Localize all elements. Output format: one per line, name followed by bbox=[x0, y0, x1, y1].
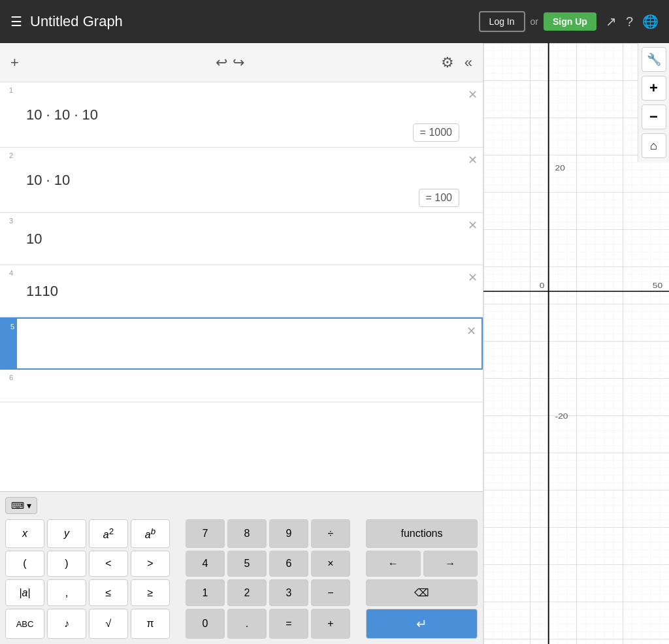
globe-icon[interactable]: 🌐 bbox=[642, 14, 659, 29]
key-sqrt[interactable]: √ bbox=[89, 609, 128, 639]
signup-button[interactable]: Sign Up bbox=[544, 12, 596, 31]
history-tools: ↩ ↪ bbox=[216, 54, 244, 71]
home-button[interactable]: ⌂ bbox=[642, 133, 666, 158]
key-enter[interactable]: ↵ bbox=[366, 609, 478, 639]
key-multiply[interactable]: × bbox=[311, 551, 350, 577]
key-greater-than[interactable]: > bbox=[131, 551, 170, 577]
key-0[interactable]: 0 bbox=[186, 609, 225, 639]
expression-text: 10 · 10 bbox=[26, 172, 70, 189]
key-3[interactable]: 3 bbox=[269, 579, 308, 606]
keyboard-toggle-button[interactable]: ⌨ ▾ bbox=[5, 497, 37, 514]
svg-text:20: 20 bbox=[555, 164, 565, 172]
expression-content[interactable]: 1110 ✕ bbox=[16, 265, 483, 317]
key-x[interactable]: x bbox=[5, 519, 44, 548]
key-a-b[interactable]: ab bbox=[131, 519, 170, 548]
expression-content-active[interactable]: ✕ bbox=[17, 319, 481, 368]
redo-button[interactable]: ↪ bbox=[233, 54, 244, 71]
expression-content[interactable] bbox=[16, 370, 483, 402]
left-panel: + ↩ ↪ ⚙ « 1 10 · 10 · 10 = 1000 ✕ bbox=[0, 43, 483, 644]
zoom-out-button[interactable]: − bbox=[642, 105, 666, 129]
or-text: or bbox=[530, 16, 538, 27]
expression-row[interactable]: 4 1110 ✕ bbox=[0, 265, 483, 317]
expression-delete-button[interactable]: ✕ bbox=[468, 219, 478, 231]
key-8[interactable]: 8 bbox=[227, 519, 267, 548]
expression-list: 1 10 · 10 · 10 = 1000 ✕ 2 10 · 10 = 100 … bbox=[0, 82, 483, 491]
key-close-paren[interactable]: ) bbox=[47, 551, 86, 577]
expression-number-active: 5 bbox=[1, 319, 17, 368]
graph-tools: 🔧 + − ⌂ bbox=[638, 43, 669, 162]
key-a-squared[interactable]: a2 bbox=[89, 519, 128, 548]
key-less-than[interactable]: < bbox=[89, 551, 128, 577]
help-icon[interactable]: ? bbox=[626, 14, 633, 29]
key-geq[interactable]: ≥ bbox=[131, 579, 170, 606]
key-y[interactable]: y bbox=[47, 519, 86, 548]
key-left-arrow[interactable]: ← bbox=[366, 551, 421, 577]
hamburger-menu[interactable]: ☰ bbox=[10, 14, 22, 29]
main-layout: + ↩ ↪ ⚙ « 1 10 · 10 · 10 = 1000 ✕ bbox=[0, 43, 669, 644]
key-separator bbox=[353, 551, 363, 577]
expression-content[interactable]: 10 ✕ bbox=[16, 213, 483, 265]
key-4[interactable]: 4 bbox=[186, 551, 225, 577]
undo-button[interactable]: ↩ bbox=[216, 54, 227, 71]
expression-delete-button[interactable]: ✕ bbox=[466, 325, 476, 337]
expression-number: 2 bbox=[0, 148, 16, 212]
key-1[interactable]: 1 bbox=[186, 579, 225, 606]
header-right: Log In or Sign Up ↗ ? 🌐 bbox=[479, 11, 659, 32]
key-separator bbox=[353, 519, 363, 548]
key-comma[interactable]: , bbox=[47, 579, 86, 606]
key-6[interactable]: 6 bbox=[269, 551, 308, 577]
keyboard-section: ⌨ ▾ x y a2 ab 7 8 9 ÷ functions ( ) bbox=[0, 491, 483, 644]
key-functions[interactable]: functions bbox=[366, 519, 478, 548]
expression-delete-button[interactable]: ✕ bbox=[468, 272, 478, 283]
key-equals[interactable]: = bbox=[269, 609, 308, 639]
key-dot[interactable]: . bbox=[227, 609, 267, 639]
share-icon[interactable]: ↗ bbox=[606, 14, 617, 29]
key-5[interactable]: 5 bbox=[227, 551, 267, 577]
key-divide[interactable]: ÷ bbox=[311, 519, 350, 548]
key-open-paren[interactable]: ( bbox=[5, 551, 44, 577]
expression-number: 1 bbox=[0, 82, 16, 147]
wrench-button[interactable]: 🔧 bbox=[642, 47, 666, 72]
expression-row-active[interactable]: 5 ✕ bbox=[0, 317, 483, 370]
expression-number: 3 bbox=[0, 213, 16, 265]
key-separator bbox=[172, 519, 183, 548]
key-abc[interactable]: ABC bbox=[5, 609, 44, 639]
svg-text:-20: -20 bbox=[555, 412, 568, 420]
expression-result: = 1000 bbox=[413, 123, 459, 142]
expression-input[interactable] bbox=[27, 335, 471, 352]
key-minus[interactable]: − bbox=[311, 579, 350, 606]
expression-row[interactable]: 2 10 · 10 = 100 ✕ bbox=[0, 148, 483, 213]
key-right-arrow[interactable]: → bbox=[423, 551, 478, 577]
expression-number: 4 bbox=[0, 265, 16, 317]
collapse-button[interactable]: « bbox=[465, 54, 472, 71]
settings-button[interactable]: ⚙ bbox=[441, 54, 454, 71]
login-button[interactable]: Log In bbox=[479, 11, 525, 32]
expression-text: 1110 bbox=[26, 283, 58, 300]
expression-content[interactable]: 10 · 10 = 100 ✕ bbox=[16, 148, 483, 212]
key-9[interactable]: 9 bbox=[269, 519, 308, 548]
add-expression-button[interactable]: + bbox=[10, 54, 19, 71]
expression-row[interactable]: 3 10 ✕ bbox=[0, 213, 483, 265]
key-leq[interactable]: ≤ bbox=[89, 579, 128, 606]
keyboard-arrow: ▾ bbox=[27, 500, 31, 511]
key-sound[interactable]: ♪ bbox=[47, 609, 86, 639]
key-7[interactable]: 7 bbox=[186, 519, 225, 548]
expression-row-empty[interactable]: 6 bbox=[0, 370, 483, 402]
key-delete[interactable]: ⌫ bbox=[366, 579, 478, 606]
expression-row[interactable]: 1 10 · 10 · 10 = 1000 ✕ bbox=[0, 82, 483, 148]
expression-text: 10 bbox=[26, 231, 42, 248]
expression-delete-button[interactable]: ✕ bbox=[468, 154, 478, 166]
expression-delete-button[interactable]: ✕ bbox=[468, 89, 478, 101]
key-pi[interactable]: π bbox=[131, 609, 170, 639]
key-separator bbox=[172, 579, 183, 606]
header: ☰ Untitled Graph Log In or Sign Up ↗ ? 🌐 bbox=[0, 0, 669, 43]
expression-content[interactable]: 10 · 10 · 10 = 1000 ✕ bbox=[16, 82, 483, 147]
key-2[interactable]: 2 bbox=[227, 579, 267, 606]
key-plus[interactable]: + bbox=[311, 609, 350, 639]
key-separator bbox=[172, 609, 183, 639]
graph-panel: 0 50 20 -20 🔧 + − ⌂ bbox=[483, 43, 669, 644]
keyboard-toggle: ⌨ ▾ bbox=[5, 497, 478, 514]
zoom-in-button[interactable]: + bbox=[642, 76, 666, 101]
key-abs[interactable]: |a| bbox=[5, 579, 44, 606]
svg-text:50: 50 bbox=[653, 282, 662, 289]
